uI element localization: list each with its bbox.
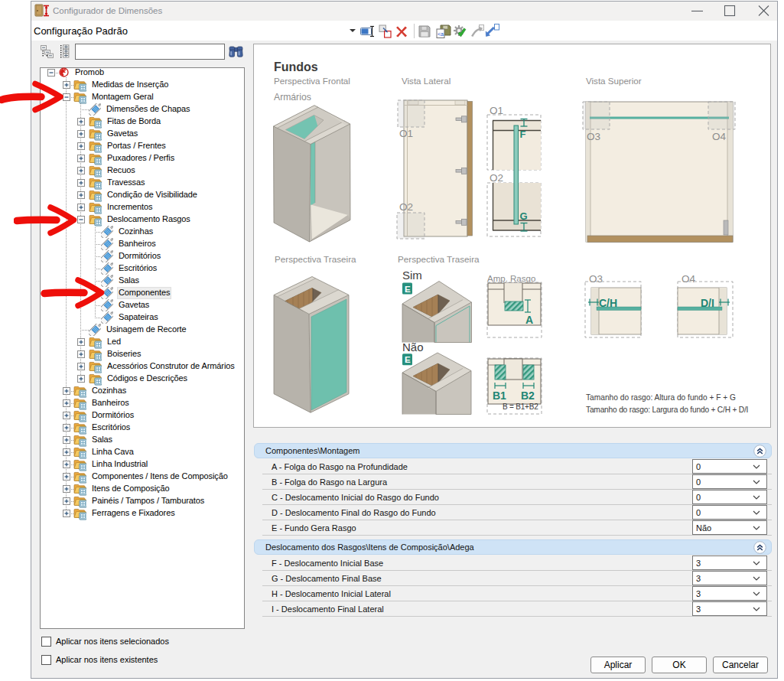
svg-text:B1: B1	[493, 389, 506, 402]
svg-text:Tamanho do rasgo: Altura do fu: Tamanho do rasgo: Altura do fundo + F + …	[586, 393, 736, 402]
svg-text:B2: B2	[521, 389, 535, 402]
svg-text:O3: O3	[587, 131, 600, 142]
svg-text:O1: O1	[490, 105, 503, 116]
svg-text:Vista Superior: Vista Superior	[586, 76, 642, 86]
svg-text:Perspectiva Traseira: Perspectiva Traseira	[275, 254, 356, 264]
svg-text:D/I: D/I	[701, 297, 714, 309]
svg-text:O4: O4	[712, 131, 727, 142]
svg-text:O3: O3	[589, 273, 603, 285]
svg-text:O2: O2	[399, 201, 413, 213]
svg-text:Perspectiva Frontal: Perspectiva Frontal	[274, 76, 350, 86]
svg-text:E: E	[405, 355, 411, 364]
svg-text:C/H: C/H	[599, 297, 617, 309]
svg-text:O4: O4	[682, 273, 696, 285]
svg-text:Perspectiva Traseira: Perspectiva Traseira	[398, 254, 480, 264]
svg-text:Armários: Armários	[274, 92, 311, 103]
svg-text:O1: O1	[399, 128, 413, 139]
svg-text:<a: <a	[438, 31, 444, 37]
svg-text:Sim: Sim	[402, 269, 422, 282]
svg-text:Tamanho do rasgo: Largura do f: Tamanho do rasgo: Largura do fundo + C/H…	[586, 406, 748, 414]
svg-text:G: G	[520, 210, 528, 222]
svg-text:E: E	[405, 285, 411, 294]
svg-text:B = B1+B2: B = B1+B2	[503, 402, 538, 411]
svg-text:Fundos: Fundos	[274, 60, 318, 73]
svg-text:Não: Não	[402, 340, 424, 354]
svg-text:O2: O2	[490, 172, 503, 184]
svg-text:Vista Lateral: Vista Lateral	[402, 76, 451, 86]
svg-text:Amp. Rasgo: Amp. Rasgo	[487, 274, 535, 283]
svg-text:F: F	[520, 129, 526, 140]
svg-text:A: A	[525, 314, 533, 326]
